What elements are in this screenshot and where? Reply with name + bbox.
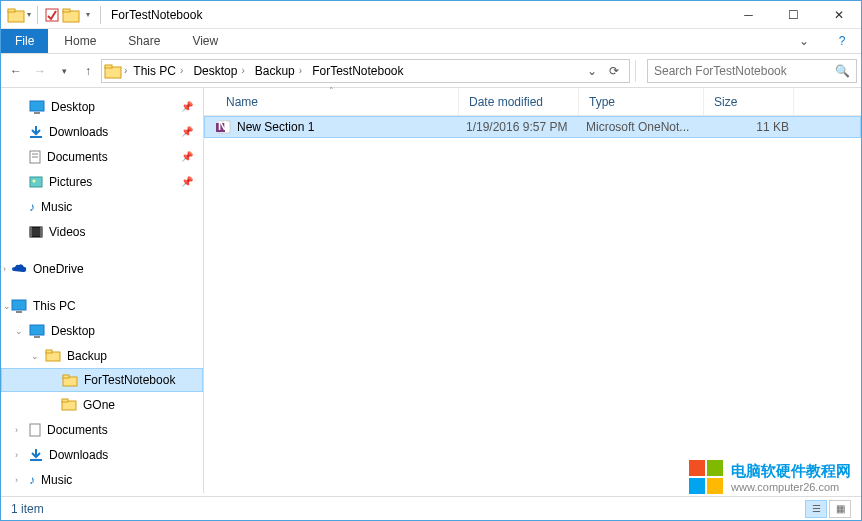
pc-icon bbox=[11, 299, 27, 313]
navigation-tree[interactable]: Desktop📌 Downloads📌 Documents📌 Pictures📌… bbox=[1, 88, 204, 493]
tree-pc-pictures[interactable]: ›Pictures bbox=[1, 492, 203, 493]
tree-pc-downloads[interactable]: ›Downloads bbox=[1, 442, 203, 467]
crumb-this-pc[interactable]: This PC› bbox=[129, 64, 187, 78]
separator bbox=[100, 6, 101, 24]
details-view-button[interactable]: ☰ bbox=[805, 500, 827, 518]
collapse-icon[interactable]: ⌄ bbox=[31, 351, 41, 361]
thumbnails-view-button[interactable]: ▦ bbox=[829, 500, 851, 518]
pin-icon: 📌 bbox=[181, 126, 193, 137]
refresh-button[interactable]: ⟳ bbox=[605, 64, 627, 78]
tree-backup[interactable]: ⌄Backup bbox=[1, 343, 203, 368]
column-name[interactable]: Name˄ bbox=[204, 88, 459, 115]
tree-pictures[interactable]: Pictures📌 bbox=[1, 169, 203, 194]
svg-rect-29 bbox=[30, 459, 42, 461]
tree-downloads[interactable]: Downloads📌 bbox=[1, 119, 203, 144]
status-bar: 1 item ☰ ▦ bbox=[1, 496, 861, 520]
folder-icon bbox=[62, 374, 78, 387]
qat-customize-icon[interactable]: ▾ bbox=[82, 10, 94, 19]
search-input[interactable] bbox=[654, 64, 850, 78]
tab-home[interactable]: Home bbox=[48, 29, 112, 53]
tree-videos[interactable]: Videos bbox=[1, 219, 203, 244]
collapse-icon[interactable]: ⌄ bbox=[3, 301, 13, 311]
file-date: 1/19/2016 9:57 PM bbox=[460, 120, 580, 134]
folder-icon bbox=[45, 349, 61, 362]
column-date[interactable]: Date modified bbox=[459, 88, 579, 115]
tab-view[interactable]: View bbox=[176, 29, 234, 53]
documents-icon bbox=[29, 423, 41, 437]
up-button[interactable]: ↑ bbox=[77, 60, 99, 82]
new-folder-icon[interactable] bbox=[62, 7, 80, 23]
videos-icon bbox=[29, 226, 43, 238]
collapse-icon[interactable]: ⌄ bbox=[15, 326, 25, 336]
column-size[interactable]: Size bbox=[704, 88, 794, 115]
crumb-desktop[interactable]: Desktop› bbox=[189, 64, 248, 78]
tree-pc-music[interactable]: ›♪Music bbox=[1, 467, 203, 492]
svg-rect-5 bbox=[105, 67, 121, 78]
expand-icon[interactable]: › bbox=[3, 264, 13, 274]
tree-gone[interactable]: GOne bbox=[1, 392, 203, 417]
svg-rect-25 bbox=[63, 375, 69, 378]
tree-pc-desktop[interactable]: ⌄Desktop bbox=[1, 318, 203, 343]
expand-icon[interactable]: › bbox=[15, 475, 25, 485]
address-bar[interactable]: › This PC› Desktop› Backup› ForTestNoteb… bbox=[101, 59, 630, 83]
file-size: 11 KB bbox=[705, 120, 795, 134]
close-button[interactable]: ✕ bbox=[816, 1, 861, 29]
tree-onedrive[interactable]: ›OneDrive bbox=[1, 256, 203, 281]
music-icon: ♪ bbox=[29, 473, 35, 487]
maximize-button[interactable]: ☐ bbox=[771, 1, 816, 29]
onedrive-icon bbox=[11, 263, 27, 275]
svg-point-14 bbox=[33, 179, 36, 182]
forward-button[interactable]: → bbox=[29, 60, 51, 82]
item-count: 1 item bbox=[11, 502, 44, 516]
minimize-button[interactable]: ─ bbox=[726, 1, 771, 29]
tree-fortest[interactable]: ForTestNotebook bbox=[1, 368, 203, 392]
svg-rect-6 bbox=[105, 65, 112, 68]
svg-rect-18 bbox=[12, 300, 26, 310]
desktop-icon bbox=[29, 324, 45, 338]
properties-icon[interactable] bbox=[44, 7, 60, 23]
search-box[interactable]: 🔍 bbox=[647, 59, 857, 83]
file-row[interactable]: NNew Section 1 1/19/2016 9:57 PM Microso… bbox=[204, 116, 861, 138]
separator bbox=[37, 6, 38, 24]
chevron-right-icon[interactable]: › bbox=[124, 65, 127, 76]
svg-rect-4 bbox=[63, 9, 70, 12]
tree-desktop[interactable]: Desktop📌 bbox=[1, 94, 203, 119]
tree-music[interactable]: ♪Music bbox=[1, 194, 203, 219]
folder-icon bbox=[61, 398, 77, 411]
search-icon[interactable]: 🔍 bbox=[835, 64, 850, 78]
svg-rect-23 bbox=[46, 350, 52, 353]
pictures-icon bbox=[29, 176, 43, 188]
svg-rect-13 bbox=[30, 177, 42, 187]
expand-ribbon-icon[interactable]: ⌄ bbox=[785, 29, 823, 53]
file-list[interactable]: Name˄ Date modified Type Size NNew Secti… bbox=[204, 88, 861, 493]
column-type[interactable]: Type bbox=[579, 88, 704, 115]
documents-icon bbox=[29, 150, 41, 164]
tree-documents[interactable]: Documents📌 bbox=[1, 144, 203, 169]
tree-pc-documents[interactable]: ›Documents bbox=[1, 417, 203, 442]
recent-dropdown[interactable]: ▾ bbox=[53, 60, 75, 82]
svg-rect-9 bbox=[30, 136, 42, 138]
svg-rect-28 bbox=[30, 424, 40, 436]
pin-icon: 📌 bbox=[181, 151, 193, 162]
svg-rect-3 bbox=[63, 11, 79, 22]
qat-dropdown-icon[interactable]: ▾ bbox=[27, 10, 31, 19]
expand-icon[interactable]: › bbox=[15, 425, 25, 435]
folder-icon bbox=[7, 7, 25, 23]
back-button[interactable]: ← bbox=[5, 60, 27, 82]
navigation-bar: ← → ▾ ↑ › This PC› Desktop› Backup› ForT… bbox=[1, 54, 861, 88]
file-tab[interactable]: File bbox=[1, 29, 48, 53]
tab-share[interactable]: Share bbox=[112, 29, 176, 53]
help-icon[interactable]: ? bbox=[823, 29, 861, 53]
downloads-icon bbox=[29, 125, 43, 139]
ribbon-tabs: File Home Share View ⌄ ? bbox=[1, 29, 861, 54]
expand-icon[interactable]: › bbox=[15, 450, 25, 460]
file-type: Microsoft OneNot... bbox=[580, 120, 705, 134]
crumb-backup[interactable]: Backup› bbox=[251, 64, 306, 78]
tree-this-pc[interactable]: ⌄This PC bbox=[1, 293, 203, 318]
column-headers: Name˄ Date modified Type Size bbox=[204, 88, 861, 116]
window-title: ForTestNotebook bbox=[111, 8, 202, 22]
svg-rect-20 bbox=[30, 325, 44, 335]
svg-rect-17 bbox=[40, 227, 42, 237]
address-dropdown[interactable]: ⌄ bbox=[581, 64, 603, 78]
crumb-fortest[interactable]: ForTestNotebook bbox=[308, 64, 407, 78]
